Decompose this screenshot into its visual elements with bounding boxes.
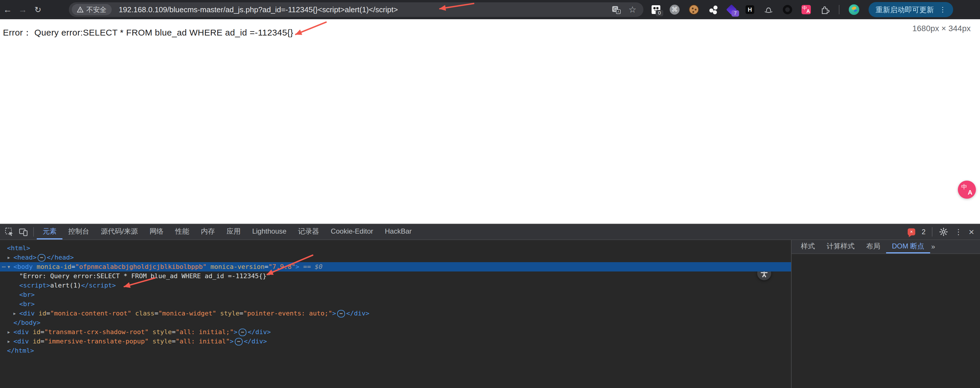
elements-tree: <html>▶<head>⋯</head>⋯▼<body monica-id="… bbox=[0, 240, 791, 388]
code-segment: class bbox=[131, 310, 154, 317]
code-segment: <head> bbox=[13, 254, 37, 261]
disclosure-triangle-icon[interactable]: ▶ bbox=[8, 337, 13, 346]
toolbar-separator bbox=[839, 5, 839, 14]
code-segment: </script> bbox=[81, 282, 116, 289]
bookmark-star-icon[interactable]: ☆ bbox=[628, 5, 636, 14]
console-error-count[interactable]: 2 bbox=[922, 228, 926, 236]
code-segment: "pointer-events: auto;" bbox=[243, 310, 332, 317]
disclosure-triangle-icon[interactable]: ▶ bbox=[13, 309, 19, 318]
console-error-icon[interactable]: × bbox=[908, 228, 915, 235]
code-segment: > bbox=[332, 310, 336, 317]
sidebar-tab[interactable]: DOM 断点 bbox=[886, 240, 930, 253]
code-segment: "all: initial" bbox=[176, 337, 229, 345]
wallet-extension-icon[interactable]: 7 bbox=[727, 5, 736, 14]
inspect-element-icon[interactable] bbox=[2, 224, 16, 239]
devtools-tab[interactable]: Cookie-Editor bbox=[325, 224, 379, 239]
elements-sidebar: 样式计算样式布局DOM 断点 » bbox=[791, 240, 980, 388]
devtools-settings-icon[interactable] bbox=[939, 227, 948, 236]
reload-button[interactable]: ↻ bbox=[30, 5, 46, 14]
code-segment: "Error: Query error:SELECT * FROM blue_a… bbox=[19, 272, 270, 280]
extension-panda-icon[interactable]: 0 bbox=[652, 5, 660, 14]
dom-tree-row[interactable]: "Error: Query error:SELECT * FROM blue_a… bbox=[0, 271, 791, 281]
code-segment: > bbox=[296, 263, 299, 270]
devtools-tab[interactable]: 网络 bbox=[144, 224, 169, 239]
extension-dots-icon[interactable] bbox=[708, 5, 718, 14]
translate-fab[interactable]: 中 A bbox=[958, 181, 976, 199]
devtools-tab[interactable]: 元素 bbox=[37, 224, 62, 239]
code-segment: = bbox=[41, 337, 45, 345]
ring-extension-icon[interactable] bbox=[783, 5, 792, 14]
hackbar-extension-icon[interactable]: H bbox=[746, 5, 754, 14]
dom-tree-row[interactable]: <html> bbox=[0, 244, 791, 253]
devtools-tab[interactable]: 应用 bbox=[221, 224, 247, 239]
profile-avatar[interactable] bbox=[849, 4, 859, 15]
dom-tree-row[interactable]: ▶<div id="immersive-translate-popup" sty… bbox=[0, 337, 791, 346]
code-segment: </head> bbox=[47, 254, 74, 261]
dom-tree-row[interactable]: ▶<div id="transmart-crx-shadow-root" sty… bbox=[0, 328, 791, 337]
code-segment: = bbox=[41, 328, 45, 336]
extension-command-icon[interactable]: ⌘ bbox=[670, 5, 679, 14]
devtools-tab-bar: 元素控制台源代码/来源网络性能内存应用Lighthouse记录器Cookie-E… bbox=[0, 224, 980, 240]
devtools-tab[interactable]: Lighthouse bbox=[247, 224, 292, 239]
immersive-translate-icon[interactable]: 中 A bbox=[802, 5, 811, 14]
dom-tree-row[interactable]: ⋯▼<body monica-id="ofpnmcalabcbjgholdjcj… bbox=[0, 262, 791, 271]
more-tabs-icon[interactable]: » bbox=[931, 243, 935, 251]
code-segment: = bbox=[239, 310, 243, 317]
code-segment: = bbox=[154, 310, 158, 317]
expand-ellipsis-button[interactable]: ⋯ bbox=[337, 310, 345, 318]
dom-tree-row[interactable]: </body> bbox=[0, 318, 791, 328]
code-segment: <br> bbox=[19, 300, 35, 307]
devtools-close-icon[interactable]: × bbox=[969, 227, 974, 236]
code-segment: id bbox=[29, 337, 41, 345]
update-chrome-button[interactable]: 重新启动即可更新 ⋮ bbox=[869, 2, 953, 17]
warning-triangle-icon bbox=[77, 6, 83, 13]
devtools-tab[interactable]: HackBar bbox=[379, 224, 418, 239]
sidebar-tab[interactable]: 计算样式 bbox=[821, 240, 861, 253]
sidebar-tab[interactable]: 样式 bbox=[795, 240, 821, 253]
row-menu-dots-icon[interactable]: ⋯ bbox=[2, 262, 6, 271]
tabbar-separator bbox=[33, 227, 34, 236]
disclosure-triangle-icon[interactable]: ▶ bbox=[8, 253, 13, 262]
omnibox-icons: G A ☆ bbox=[612, 5, 636, 14]
browser-menu-icon[interactable]: ⋮ bbox=[939, 6, 946, 14]
forward-button[interactable]: → bbox=[15, 5, 30, 14]
code-segment: </html> bbox=[7, 347, 34, 354]
code-segment: style bbox=[216, 310, 239, 317]
devtools-menu-icon[interactable]: ⋮ bbox=[955, 228, 962, 236]
security-chip[interactable]: 不安全 bbox=[72, 4, 112, 15]
dom-tree-row[interactable]: ▶<div id="monica-content-root" class="mo… bbox=[0, 309, 791, 318]
back-button[interactable]: ← bbox=[0, 5, 15, 14]
sidebar-tab[interactable]: 布局 bbox=[861, 240, 886, 253]
security-chip-label: 不安全 bbox=[86, 5, 107, 14]
expand-ellipsis-button[interactable]: ⋯ bbox=[235, 338, 243, 345]
cookie-editor-icon[interactable] bbox=[689, 5, 699, 14]
extensions-puzzle-icon[interactable] bbox=[820, 5, 829, 14]
dom-tree-row[interactable]: <br> bbox=[0, 299, 791, 309]
devtools-tab[interactable]: 控制台 bbox=[62, 224, 95, 239]
devtools-tab[interactable]: 性能 bbox=[169, 224, 195, 239]
code-segment: monica-version bbox=[207, 263, 264, 270]
dom-tree-row[interactable]: <script>alert(1)</script> bbox=[0, 281, 791, 290]
devtools-tab[interactable]: 记录器 bbox=[292, 224, 325, 239]
expand-ellipsis-button[interactable]: ⋯ bbox=[239, 329, 247, 336]
devtools-tab[interactable]: 内存 bbox=[195, 224, 221, 239]
code-segment: "transmart-crx-shadow-root" bbox=[45, 328, 149, 336]
code-segment: = bbox=[72, 263, 75, 270]
dom-tree-row[interactable]: ▶<head>⋯</head> bbox=[0, 253, 791, 262]
dom-tree-row[interactable]: <br> bbox=[0, 290, 791, 299]
url-text[interactable]: 192.168.0.109/bluecms-master/ad_js.php?a… bbox=[119, 5, 612, 14]
address-bar[interactable]: 不安全 192.168.0.109/bluecms-master/ad_js.p… bbox=[69, 2, 643, 17]
devtools-tab[interactable]: 源代码/来源 bbox=[95, 224, 144, 239]
hat-extension-icon[interactable] bbox=[764, 5, 773, 14]
dom-tree-row[interactable]: </html> bbox=[0, 346, 791, 355]
translate-icon[interactable]: G A bbox=[612, 5, 621, 14]
disclosure-triangle-icon[interactable]: ▶ bbox=[8, 328, 13, 337]
expand-ellipsis-button[interactable]: ⋯ bbox=[38, 254, 46, 261]
disclosure-triangle-icon[interactable]: ▼ bbox=[8, 262, 13, 271]
code-segment: = bbox=[46, 310, 50, 317]
viewport-size-overlay: 1680px × 344px bbox=[912, 24, 970, 33]
code-segment: <div bbox=[13, 328, 29, 336]
devtools-panel: 元素控制台源代码/来源网络性能内存应用Lighthouse记录器Cookie-E… bbox=[0, 224, 980, 388]
device-toolbar-icon[interactable] bbox=[16, 224, 30, 239]
code-segment: "7.9.8" bbox=[268, 263, 296, 270]
